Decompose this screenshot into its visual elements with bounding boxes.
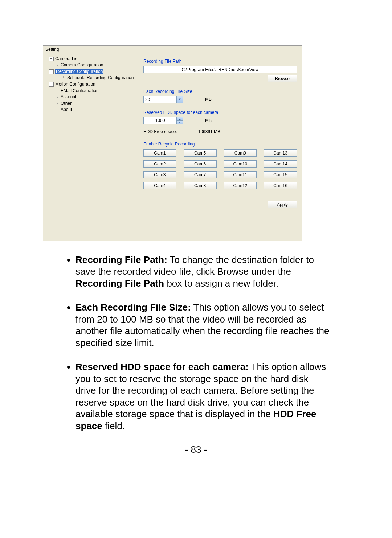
tree-branch-icon: └	[56, 88, 60, 93]
doc-bullet: Each Recording File Size: This option al…	[75, 301, 331, 349]
file-size-combo[interactable]: ▼	[143, 96, 183, 103]
settings-tree: −Camera List └Camera Configuration −Reco…	[43, 54, 138, 241]
hdd-free-space-label: HDD Free space:	[143, 129, 177, 135]
tree-item-email-configuration[interactable]: └EMail Configuration	[56, 88, 138, 94]
tree-branch-icon: ├	[56, 95, 60, 100]
recording-file-path-input[interactable]: C:\Program Files\TRENDnet\SecurView	[143, 66, 297, 73]
reserved-hdd-spinner[interactable]: ▲ ▼	[143, 117, 183, 124]
browse-button[interactable]: Browse	[268, 75, 297, 82]
tree-item-camera-list[interactable]: −Camera List	[49, 56, 138, 62]
doc-bullet: Recording File Path: To change the desti…	[75, 254, 331, 289]
spinner-up-icon[interactable]: ▲	[177, 117, 183, 120]
tree-branch-icon: └	[56, 63, 60, 68]
cam-button[interactable]: Cam13	[264, 149, 297, 157]
tree-branch-icon: └	[56, 107, 60, 112]
hdd-free-space-value: 106891 MB	[198, 129, 220, 135]
tree-item-schedule-recording-configuration[interactable]: └Schedule-Recording Configuration	[62, 75, 138, 81]
cam-button[interactable]: Cam7	[184, 171, 217, 178]
tree-branch-icon: └	[62, 75, 66, 81]
tree-item-account[interactable]: ├Account	[56, 94, 138, 100]
reserved-hdd-heading: Reserved HDD space for each camera	[143, 110, 297, 116]
cam-button[interactable]: Cam11	[224, 171, 257, 178]
settings-panel: Recording File Path C:\Program Files\TRE…	[138, 54, 302, 241]
tree-item-about[interactable]: └About	[56, 107, 138, 113]
cam-button[interactable]: Cam9	[224, 149, 257, 157]
cam-button[interactable]: Cam3	[143, 171, 176, 178]
reserved-hdd-unit: MB	[205, 118, 212, 124]
cam-button[interactable]: Cam10	[224, 160, 257, 168]
cam-button[interactable]: Cam12	[224, 182, 257, 189]
cam-button[interactable]: Cam16	[264, 182, 297, 189]
cam-button[interactable]: Cam6	[184, 160, 217, 168]
minus-icon[interactable]: −	[49, 82, 54, 87]
camera-grid: Cam1 Cam5 Cam9 Cam13 Cam2 Cam6 Cam10 Cam…	[143, 149, 297, 189]
tree-branch-icon: ├	[56, 101, 60, 106]
tree-item-camera-configuration[interactable]: └Camera Configuration	[56, 62, 138, 69]
minus-icon[interactable]: −	[49, 69, 54, 74]
cam-button[interactable]: Cam15	[264, 171, 297, 178]
file-size-input[interactable]	[144, 96, 176, 103]
doc-text: Recording File Path: To change the desti…	[61, 254, 331, 432]
cam-button[interactable]: Cam14	[264, 160, 297, 168]
cam-button[interactable]: Cam8	[184, 182, 217, 189]
tree-item-motion-configuration[interactable]: −Motion Configuration	[49, 81, 138, 88]
settings-dialog: Setting −Camera List └Camera Configurati…	[43, 45, 302, 241]
cam-button[interactable]: Cam5	[184, 149, 217, 157]
chevron-down-icon[interactable]: ▼	[176, 96, 183, 103]
doc-bullet: Reserved HDD space for each camera: This…	[75, 361, 331, 432]
reserved-hdd-input[interactable]	[144, 117, 176, 124]
spinner-down-icon[interactable]: ▼	[177, 120, 183, 124]
tree-item-other[interactable]: ├Other	[56, 100, 138, 107]
cam-button[interactable]: Cam2	[143, 160, 176, 168]
apply-button[interactable]: Apply	[268, 201, 297, 208]
cam-button[interactable]: Cam1	[143, 149, 176, 157]
file-size-unit: MB	[205, 97, 212, 103]
enable-recycle-heading: Enable Recycle Recording	[143, 141, 297, 147]
minus-icon[interactable]: −	[49, 57, 54, 61]
file-size-heading: Each Recording File Size	[143, 89, 297, 95]
cam-button[interactable]: Cam4	[143, 182, 176, 189]
recording-file-path-heading: Recording File Path	[143, 59, 297, 65]
dialog-title: Setting	[43, 46, 302, 54]
tree-item-recording-configuration[interactable]: −Recording Configuration	[49, 69, 138, 75]
page-number: - 83 -	[17, 444, 375, 455]
